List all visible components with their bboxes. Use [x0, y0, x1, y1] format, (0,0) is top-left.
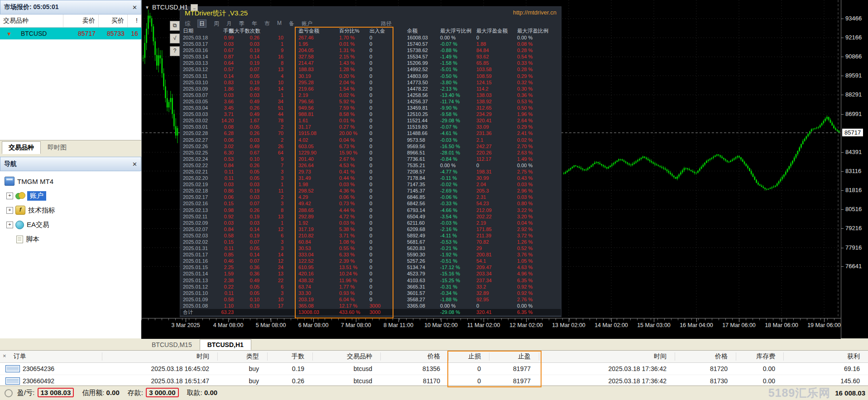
column-symbol[interactable]: 交易品种	[0, 14, 63, 27]
stats-cell: 0	[369, 213, 397, 220]
stats-row: 2025.02.220.840.267326.644.53 %07535.210…	[180, 162, 561, 169]
orders-column-header[interactable]: 获利	[783, 352, 868, 361]
expand-icon[interactable]: +	[6, 222, 13, 228]
time-axis-label: 8 Mar 11:00	[376, 322, 421, 328]
expand-icon[interactable]: +	[6, 207, 13, 214]
orders-column-header[interactable]: 价格	[380, 352, 448, 361]
stats-header[interactable]: 最大浮盈比例	[517, 28, 560, 34]
help-icon[interactable]: ?	[170, 46, 180, 56]
stats-header[interactable]: 最大浮盈金额	[476, 28, 513, 34]
close-icon[interactable]: ✕	[132, 4, 137, 11]
period-tab-综[interactable]: 综	[185, 20, 190, 27]
orders-column-header[interactable]: 类型	[217, 352, 267, 361]
stats-panel-url[interactable]: http://mtdriver.cn	[513, 9, 556, 16]
stats-cell: 4.72 %	[339, 213, 368, 220]
orders-column-header[interactable]: 价格	[675, 352, 736, 361]
period-tab-账户[interactable]: 账户	[302, 20, 312, 27]
order-row[interactable]: 2306542362025.03.18 16:45:02buy0.19btcus…	[0, 363, 868, 375]
stats-cell: -0.07 %	[440, 41, 475, 47]
stats-cell: -0.51 %	[440, 258, 475, 264]
order-cell: 2025.03.18 17:36:42	[539, 377, 675, 385]
stats-cell: -2.13 %	[440, 86, 475, 92]
stats-cell: 2.41 %	[517, 130, 560, 136]
tree-root-account-server[interactable]: TMGM MT4	[3, 174, 141, 188]
stats-header[interactable]: 最大浮亏比例	[440, 28, 475, 34]
tab-symbols[interactable]: 交易品种	[2, 141, 41, 154]
orders-column-header[interactable]: 止盈	[489, 352, 539, 361]
screenshot-icon[interactable]: ⧉	[170, 21, 180, 31]
price-axis[interactable]: 9346692166908668959188291869918439183116…	[841, 0, 868, 338]
stats-header[interactable]: 盈亏金额	[298, 28, 337, 34]
scripts-icon	[16, 236, 23, 243]
column-spread[interactable]: !	[128, 14, 141, 27]
tree-item-expert-advisors[interactable]: + EA交易	[3, 217, 141, 232]
price-axis-label: 80516	[845, 206, 862, 212]
orders-column-header[interactable]: 库存费	[736, 352, 783, 361]
left-panel: 市场报价: 05:05:01 ✕ 交易品种 卖价 买价 ! ▼BTCUSD 85…	[0, 0, 142, 338]
stats-path-label[interactable]: 路径	[381, 20, 392, 28]
tree-item-indicators[interactable]: + f 技术指标	[3, 203, 141, 217]
orders-column-header[interactable]: 手数	[267, 352, 312, 361]
current-price-tag: 85717	[842, 129, 863, 136]
mtdriver-stats-panel[interactable]: MTDriver统计 ,V3.25 http://mtdriver.cn 综日周…	[180, 6, 561, 317]
close-terminal-icon[interactable]: ×	[3, 352, 6, 359]
period-tab-日[interactable]: 日	[197, 19, 206, 28]
period-tab-M[interactable]: M	[277, 20, 282, 27]
expand-icon[interactable]: +	[6, 193, 13, 199]
stats-cell: 2.38	[208, 277, 234, 284]
period-tab-备[interactable]: 备	[289, 20, 294, 27]
tab-tick-chart[interactable]: 即时图	[41, 141, 73, 154]
stats-cell: -0.11 %	[440, 175, 475, 181]
stats-table-header: 日期手数最大手数次数盈亏金额百分比%出入金余额最大浮亏比例最大浮盈金额最大浮盈比…	[180, 28, 561, 34]
minimize-icon[interactable]: _	[191, 4, 198, 11]
orders-column-header[interactable]: 交易品种	[312, 352, 380, 361]
chart-tab-m15[interactable]: BTCUSD,M15	[144, 339, 200, 350]
period-tab-周[interactable]: 周	[214, 20, 219, 27]
symbol-cell[interactable]: ▼BTCUSD	[0, 28, 63, 39]
check-icon[interactable]: √	[170, 34, 180, 43]
tree-item-scripts[interactable]: + 脚本	[3, 232, 141, 246]
market-watch-row-btcusd[interactable]: ▼BTCUSD 85717 85733 16	[0, 28, 141, 39]
stats-cell: 205.3	[476, 188, 513, 194]
stats-cell: 0.29 %	[517, 73, 560, 79]
tree-item-accounts[interactable]: + 账户	[3, 188, 141, 203]
stats-header[interactable]: 最大手数次数	[229, 28, 283, 34]
stats-header[interactable]: 余额	[407, 28, 440, 34]
order-cell: 81730	[675, 377, 736, 385]
orders-column-header[interactable]: 止损	[448, 352, 489, 361]
orders-column-header[interactable]: 时间	[102, 352, 217, 361]
stats-cell: 9569.56	[407, 143, 440, 149]
period-tab-市[interactable]: 市	[264, 20, 270, 27]
chart-tab-h1[interactable]: BTCUSD,H1	[200, 339, 251, 350]
stats-cell: 0.06	[208, 137, 234, 143]
collapse-icon[interactable]: ▼	[145, 5, 149, 10]
stats-row: 2025.02.090.030.0311.920.03 %06211.60-0.…	[180, 220, 561, 226]
stats-cell: 320.41	[476, 117, 513, 124]
stats-cell: 0.00 %	[440, 162, 475, 169]
orders-column-header[interactable]: 时间	[539, 352, 675, 361]
stats-cell: 0	[369, 162, 397, 169]
period-tab-季[interactable]: 季	[239, 20, 245, 27]
stats-cell: 1.43 %	[339, 60, 368, 66]
column-ask[interactable]: 买价	[99, 14, 128, 27]
stats-cell: 33.30	[298, 290, 337, 296]
stats-header[interactable]: 出入金	[369, 28, 397, 34]
close-icon[interactable]: ✕	[132, 161, 137, 168]
stats-cell: 3	[262, 290, 283, 296]
stats-cell: 3.45	[208, 105, 234, 111]
stats-cell: 65.85	[476, 60, 513, 66]
stats-header[interactable]: 百分比%	[339, 28, 368, 34]
column-bid[interactable]: 卖价	[63, 14, 99, 27]
period-tab-年[interactable]: 年	[252, 20, 257, 27]
axis-ticks	[141, 318, 841, 320]
time-axis[interactable]: 3 Mar 20254 Mar 08:005 Mar 08:006 Mar 08…	[141, 318, 841, 339]
navigator-titlebar[interactable]: 导航 ✕	[0, 157, 141, 171]
stats-cell: 8	[262, 60, 283, 66]
stats-cell: 1.86	[208, 86, 234, 92]
period-tab-月[interactable]: 月	[226, 20, 232, 27]
deposit-value: 3 000.00	[146, 388, 178, 397]
orders-column-header[interactable]: 订单	[0, 352, 102, 361]
stats-cell: 796.56	[298, 98, 337, 105]
market-watch-titlebar[interactable]: 市场报价: 05:05:01 ✕	[0, 0, 141, 14]
stats-cell: 0.05	[235, 284, 259, 290]
